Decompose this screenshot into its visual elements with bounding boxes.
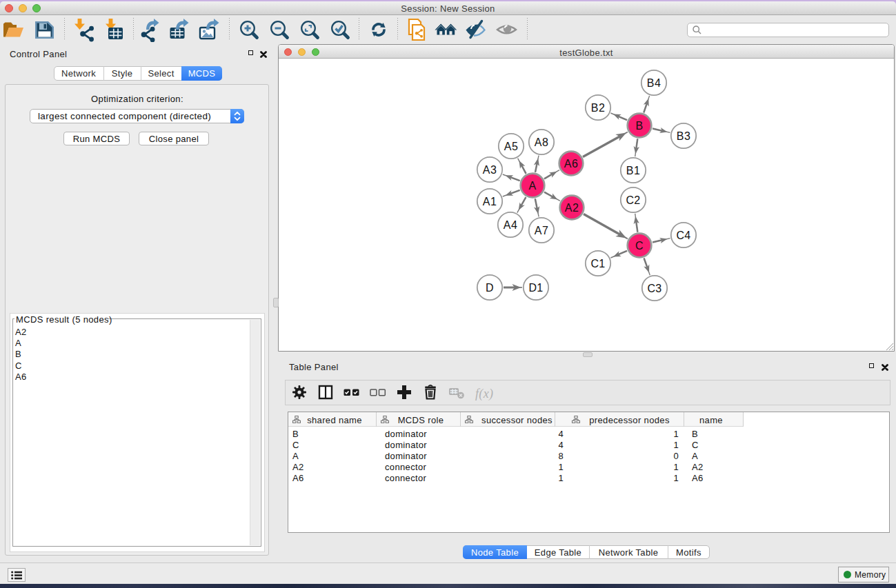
svg-text:A8: A8: [535, 136, 548, 148]
svg-text:B: B: [635, 120, 643, 132]
svg-text:A3: A3: [483, 164, 497, 176]
svg-text:B2: B2: [591, 102, 605, 114]
svg-text:A1: A1: [483, 196, 497, 207]
svg-text:C1: C1: [590, 258, 605, 270]
svg-text:B4: B4: [647, 77, 661, 89]
svg-text:A6: A6: [564, 158, 578, 170]
svg-text:D1: D1: [528, 282, 543, 294]
svg-text:A2: A2: [565, 202, 579, 214]
svg-text:A5: A5: [504, 141, 518, 152]
svg-text:A4: A4: [504, 219, 517, 231]
svg-text:B1: B1: [626, 165, 640, 176]
svg-text:B3: B3: [677, 130, 690, 142]
svg-text:C2: C2: [626, 194, 640, 206]
svg-text:C4: C4: [676, 230, 690, 241]
svg-text:D: D: [486, 282, 494, 294]
svg-text:C3: C3: [647, 283, 661, 294]
svg-text:A7: A7: [535, 225, 548, 236]
svg-text:C: C: [635, 240, 644, 252]
svg-text:A: A: [528, 180, 536, 192]
